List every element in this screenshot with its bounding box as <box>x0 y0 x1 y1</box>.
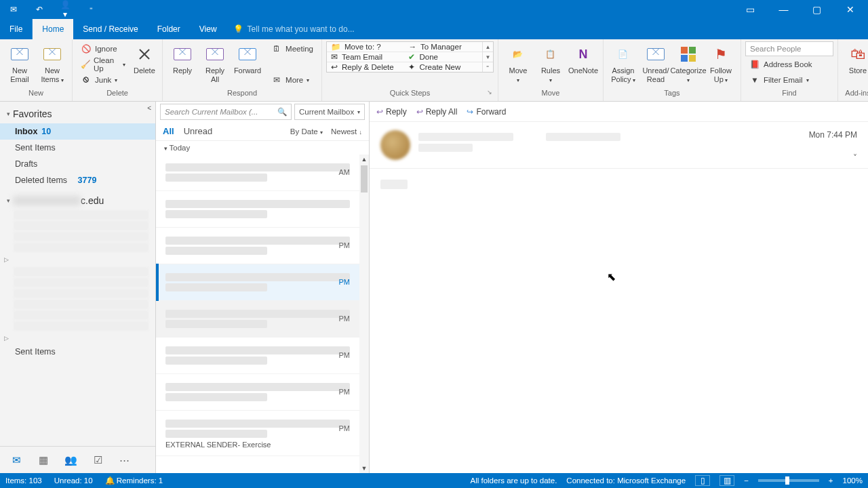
nav-inbox[interactable]: Inbox10 <box>0 123 155 140</box>
qs-dialog-launcher-icon[interactable]: ↘ <box>487 89 492 96</box>
view-normal-button[interactable]: ▯ <box>695 475 710 486</box>
view-reading-button[interactable]: ▥ <box>719 475 734 486</box>
nav-folder-redacted[interactable] <box>14 278 149 287</box>
nav-folder-redacted[interactable] <box>14 210 149 220</box>
new-email-button[interactable]: New Email <box>4 41 35 85</box>
tab-folder[interactable]: Folder <box>148 19 190 39</box>
qs-reply-delete[interactable]: ↩Reply & Delete <box>327 62 405 72</box>
message-item[interactable]: PM <box>156 228 359 264</box>
zoom-thumb[interactable] <box>785 476 789 485</box>
delete-button[interactable]: Delete <box>131 41 158 77</box>
search-people-input[interactable]: Search People <box>745 41 833 56</box>
reading-forward-button[interactable]: ↪Forward <box>467 107 506 117</box>
expand-icon[interactable]: ▷ <box>0 253 155 266</box>
tab-view[interactable]: View <box>190 19 226 39</box>
follow-up-button[interactable]: ⚑Follow Up ▾ <box>705 41 736 85</box>
more-views-icon[interactable]: ⋯ <box>118 454 132 466</box>
rules-button[interactable]: 📋Rules▾ <box>535 41 566 85</box>
nav-folder-redacted[interactable] <box>14 232 149 241</box>
scroll-thumb[interactable] <box>361 165 368 192</box>
message-item[interactable]: PM <box>156 374 359 411</box>
qs-scroll-up[interactable]: ▲ <box>483 42 493 52</box>
qat-dropdown-icon[interactable]: ⁼ <box>84 6 98 13</box>
reading-reply-all-button[interactable]: ↩Reply All <box>416 107 458 117</box>
onenote-button[interactable]: NOneNote <box>568 41 599 77</box>
close-button[interactable]: ✕ <box>835 0 865 19</box>
message-item[interactable] <box>156 191 359 228</box>
people-view-icon[interactable]: 👥 <box>64 454 77 466</box>
qs-done[interactable]: ✔Done <box>404 52 482 62</box>
reading-reply-button[interactable]: ↩Reply <box>376 107 407 117</box>
nav-deleted-items[interactable]: Deleted Items 3779 <box>0 172 155 188</box>
qs-expand[interactable]: ⁼ <box>483 62 493 72</box>
nav-drafts[interactable]: Drafts <box>0 156 155 172</box>
tasks-view-icon[interactable]: ☑ <box>91 454 104 466</box>
assign-policy-button[interactable]: 📄Assign Policy ▾ <box>608 41 639 85</box>
nav-folder-redacted[interactable] <box>14 300 149 309</box>
filter-unread[interactable]: Unread <box>184 126 213 136</box>
nav-folder-redacted[interactable] <box>14 267 149 277</box>
message-item[interactable]: PM <box>156 301 359 338</box>
nav-overflow-item[interactable]: Sent Items <box>0 344 155 359</box>
meeting-button[interactable]: 🗓Meeting <box>267 41 317 56</box>
forward-button[interactable]: Forward <box>232 41 263 77</box>
more-respond-button[interactable]: ✉More▾ <box>267 73 317 87</box>
nav-folder-redacted[interactable] <box>14 289 149 298</box>
qs-team-email[interactable]: ✉Team Email <box>327 52 405 62</box>
message-list-scrollbar[interactable]: ▲ ▼ <box>359 155 369 473</box>
store-button[interactable]: 🛍Store <box>842 41 868 77</box>
qs-scroll-down[interactable]: ▼ <box>483 52 493 62</box>
expand-header-button[interactable]: ˅ <box>853 153 857 163</box>
filter-email-button[interactable]: ▼Filter Email▾ <box>745 73 833 87</box>
nav-folder-redacted[interactable] <box>14 310 149 320</box>
search-mailbox-input[interactable]: Search Current Mailbox (...🔍 <box>160 104 292 120</box>
qat-customize-icon[interactable]: 👤▾ <box>58 0 72 19</box>
nav-sent-items[interactable]: Sent Items <box>0 140 155 156</box>
zoom-out-button[interactable]: − <box>744 476 749 485</box>
cleanup-button[interactable]: 🧹Clean Up▾ <box>77 57 130 72</box>
favorites-header[interactable]: Favorites <box>0 104 155 123</box>
status-reminders[interactable]: 🔔 Reminders: 1 <box>105 476 163 485</box>
ignore-button[interactable]: 🚫Ignore <box>77 41 130 56</box>
mail-view-icon[interactable]: ✉ <box>9 454 23 466</box>
reply-button[interactable]: Reply <box>167 41 198 77</box>
message-item[interactable]: PMEXTERNAL SENDER- Exercise <box>156 411 359 456</box>
sort-by-date[interactable]: By Date ▾ <box>290 127 323 136</box>
message-item[interactable]: PM <box>156 338 359 374</box>
scroll-up-icon[interactable]: ▲ <box>361 155 368 164</box>
account-header[interactable]: c.edu <box>0 188 155 209</box>
categorize-button[interactable]: Categorize▾ <box>673 41 704 85</box>
minimize-button[interactable]: — <box>768 0 799 19</box>
zoom-in-button[interactable]: + <box>829 476 833 485</box>
search-scope-dropdown[interactable]: Current Mailbox▾ <box>294 104 365 120</box>
tab-home[interactable]: Home <box>33 19 73 39</box>
message-item[interactable]: AM <box>156 155 359 191</box>
sort-newest[interactable]: Newest ↓ <box>331 127 362 136</box>
maximize-button[interactable]: ▢ <box>802 0 832 19</box>
unread-read-button[interactable]: Unread/ Read <box>640 41 671 85</box>
date-group-today[interactable]: Today <box>156 141 369 155</box>
nav-folder-redacted[interactable] <box>14 243 149 252</box>
undo-icon[interactable]: ↶ <box>33 5 46 14</box>
junk-button[interactable]: 🛇Junk▾ <box>77 73 130 87</box>
tell-me-search[interactable]: 💡 Tell me what you want to do... <box>233 19 355 39</box>
tab-file[interactable]: File <box>0 19 33 39</box>
move-button[interactable]: 📂Move▾ <box>502 41 534 85</box>
ribbon-display-options[interactable]: ▭ <box>735 0 766 19</box>
nav-folder-redacted[interactable] <box>14 221 149 230</box>
reply-all-button[interactable]: Reply All <box>199 41 231 85</box>
search-icon[interactable]: 🔍 <box>277 107 287 117</box>
collapse-navpane-button[interactable]: < <box>147 104 151 112</box>
zoom-slider[interactable] <box>758 479 819 482</box>
filter-all[interactable]: All <box>163 126 174 136</box>
message-item[interactable]: PM <box>156 264 359 301</box>
expand-icon[interactable]: ▷ <box>0 332 155 344</box>
qs-move-to[interactable]: 📁Move to: ? <box>327 42 405 52</box>
tab-send-receive[interactable]: Send / Receive <box>73 19 147 39</box>
nav-folder-redacted[interactable] <box>14 321 149 331</box>
new-items-button[interactable]: New Items ▾ <box>37 41 68 85</box>
qs-create-new[interactable]: ✦Create New <box>404 62 482 72</box>
qs-to-manager[interactable]: →To Manager <box>404 42 482 52</box>
scroll-down-icon[interactable]: ▼ <box>361 464 368 473</box>
address-book-button[interactable]: 📕Address Book <box>745 57 833 72</box>
